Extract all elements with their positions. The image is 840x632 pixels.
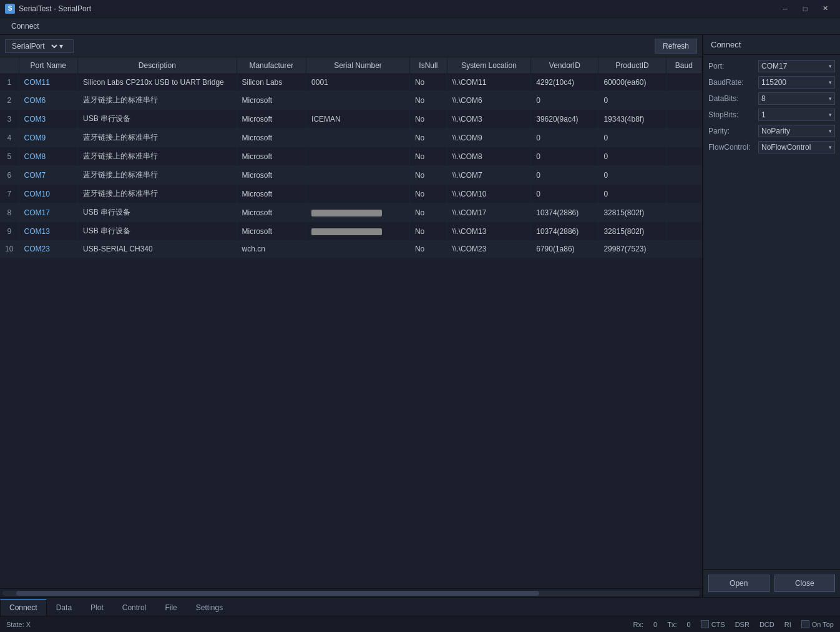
- baud-rate: [666, 129, 701, 147]
- serial-number: [306, 166, 410, 185]
- vendor-id: 4292(10c4): [531, 74, 598, 91]
- serial-redacted: [311, 210, 382, 216]
- bottom-tabs: ConnectDataPlotControlFileSettings: [0, 597, 840, 616]
- form-select-wrapper[interactable]: COM17COM11COM6COM3COM9COM8COM7COM10COM13…: [758, 60, 835, 72]
- baud-rate: [666, 222, 701, 241]
- open-button[interactable]: Open: [708, 575, 769, 592]
- manufacturer: Microsoft: [237, 166, 306, 185]
- port-name: COM7: [19, 166, 78, 185]
- row-num: 4: [0, 129, 19, 147]
- on-top-label: On Top: [812, 621, 834, 628]
- col-baud: Baud: [666, 57, 701, 74]
- tab-control[interactable]: Control: [113, 599, 156, 616]
- close-button[interactable]: ✕: [815, 0, 835, 17]
- serial-value: ICEMAN: [311, 115, 341, 124]
- description: 蓝牙链接上的标准串行: [78, 166, 237, 185]
- form-select[interactable]: 1152009600192003840057600250000: [759, 77, 826, 88]
- tx-value: 0: [687, 621, 691, 628]
- manufacturer: Microsoft: [237, 185, 306, 203]
- state-text: State: X: [6, 621, 31, 628]
- form-select-wrapper[interactable]: NoParityOddParityEvenParityMarkParitySpa…: [758, 125, 835, 137]
- product-id: 0: [598, 147, 666, 166]
- form-row-baudrate: BaudRate: 115200960019200384005760025000…: [708, 76, 835, 89]
- table-row[interactable]: 1 COM11 Silicon Labs CP210x USB to UART …: [0, 74, 702, 91]
- form-select[interactable]: 8765: [759, 93, 826, 104]
- col-isnull: IsNull: [409, 57, 447, 74]
- table-row[interactable]: 9 COM13 USB 串行设备 Microsoft No \\.\COM13 …: [0, 222, 702, 241]
- cts-indicator: CTS: [701, 620, 725, 628]
- col-serial: Serial Number: [306, 57, 410, 74]
- form-select[interactable]: 11.52: [759, 109, 826, 120]
- table-row[interactable]: 6 COM7 蓝牙链接上的标准串行 Microsoft No \\.\COM7 …: [0, 166, 702, 185]
- maximize-button[interactable]: □: [795, 0, 815, 17]
- scroll-thumb[interactable]: [16, 591, 539, 596]
- port-table: Port Name Description Manufacturer Seria…: [0, 57, 702, 258]
- title-bar: S SerialTest - SerialPort ─ □ ✕: [0, 0, 840, 17]
- right-panel: Connect Port: COM17COM11COM6COM3COM9COM8…: [703, 35, 840, 597]
- tab-settings[interactable]: Settings: [187, 599, 232, 616]
- form-row-port: Port: COM17COM11COM6COM3COM9COM8COM7COM1…: [708, 60, 835, 72]
- baud-rate: [666, 91, 701, 110]
- table-row[interactable]: 4 COM9 蓝牙链接上的标准串行 Microsoft No \\.\COM9 …: [0, 129, 702, 147]
- close-port-button[interactable]: Close: [774, 575, 836, 592]
- description: USB-SERIAL CH340: [78, 241, 237, 258]
- serial-number: ICEMAN: [306, 110, 410, 129]
- form-select-wrapper[interactable]: 1152009600192003840057600250000 ▾: [758, 76, 835, 89]
- scroll-track[interactable]: [2, 591, 700, 596]
- product-id: 32815(802f): [598, 203, 666, 222]
- menu-connect[interactable]: Connect: [5, 19, 46, 33]
- form-row-databits: DataBits: 8765 ▾: [708, 92, 835, 105]
- product-id: 0: [598, 91, 666, 110]
- rx-value: 0: [653, 621, 657, 628]
- serial-number: [306, 222, 410, 241]
- minimize-button[interactable]: ─: [775, 0, 795, 17]
- form-select[interactable]: COM17COM11COM6COM3COM9COM8COM7COM10COM13…: [759, 61, 826, 72]
- form-select-wrapper[interactable]: NoFlowControlHardwareControlSoftwareCont…: [758, 141, 835, 153]
- port-table-container[interactable]: Port Name Description Manufacturer Seria…: [0, 57, 702, 588]
- form-row-parity: Parity: NoParityOddParityEvenParityMarkP…: [708, 125, 835, 137]
- form-select-wrapper[interactable]: 11.52 ▾: [758, 109, 835, 121]
- form-select[interactable]: NoFlowControlHardwareControlSoftwareCont…: [759, 142, 826, 153]
- on-top-checkbox[interactable]: [801, 620, 809, 628]
- tab-connect[interactable]: Connect: [0, 599, 47, 616]
- chevron-down-icon: ▾: [826, 95, 834, 102]
- table-row[interactable]: 8 COM17 USB 串行设备 Microsoft No \\.\COM17 …: [0, 203, 702, 222]
- horizontal-scrollbar[interactable]: [0, 588, 702, 597]
- table-row[interactable]: 2 COM6 蓝牙链接上的标准串行 Microsoft No \\.\COM6 …: [0, 91, 702, 110]
- is-null: No: [409, 129, 447, 147]
- connect-panel-title: Connect: [703, 35, 840, 55]
- cts-checkbox[interactable]: [701, 620, 709, 628]
- form-select-wrapper[interactable]: 8765 ▾: [758, 92, 835, 105]
- left-panel: SerialPort ▾ Refresh Port Name Descripti…: [0, 35, 703, 597]
- serial-number: [306, 241, 410, 258]
- vendor-id: 0: [531, 147, 598, 166]
- window-controls: ─ □ ✕: [775, 0, 835, 17]
- is-null: No: [409, 91, 447, 110]
- serial-number: [306, 129, 410, 147]
- manufacturer: Silicon Labs: [237, 74, 306, 91]
- table-row[interactable]: 5 COM8 蓝牙链接上的标准串行 Microsoft No \\.\COM8 …: [0, 147, 702, 166]
- table-body: 1 COM11 Silicon Labs CP210x USB to UART …: [0, 74, 702, 258]
- dsr-indicator: DSR: [735, 621, 750, 628]
- dsr-label: DSR: [735, 621, 750, 628]
- form-select[interactable]: NoParityOddParityEvenParityMarkParitySpa…: [759, 125, 826, 137]
- row-num: 9: [0, 222, 19, 241]
- port-name: COM9: [19, 129, 78, 147]
- port-type-select[interactable]: SerialPort: [9, 41, 59, 51]
- chevron-down-icon: ▾: [826, 63, 834, 69]
- tab-plot[interactable]: Plot: [81, 599, 113, 616]
- product-id: 0: [598, 129, 666, 147]
- system-location: \\.\COM11: [447, 74, 530, 91]
- port-selector-wrapper[interactable]: SerialPort ▾: [5, 39, 74, 53]
- tab-file[interactable]: File: [155, 599, 186, 616]
- table-row[interactable]: 3 COM3 USB 串行设备 Microsoft ICEMAN No \\.\…: [0, 110, 702, 129]
- status-bar: State: X Rx: 0 Tx: 0 CTS DSR DCD RI On T…: [0, 616, 840, 632]
- row-num: 1: [0, 74, 19, 91]
- is-null: No: [409, 203, 447, 222]
- description: Silicon Labs CP210x USB to UART Bridge: [78, 74, 237, 91]
- tab-data[interactable]: Data: [47, 599, 81, 616]
- refresh-button[interactable]: Refresh: [655, 39, 697, 54]
- table-row[interactable]: 10 COM23 USB-SERIAL CH340 wch.cn No \\.\…: [0, 241, 702, 258]
- table-row[interactable]: 7 COM10 蓝牙链接上的标准串行 Microsoft No \\.\COM1…: [0, 185, 702, 203]
- row-num: 3: [0, 110, 19, 129]
